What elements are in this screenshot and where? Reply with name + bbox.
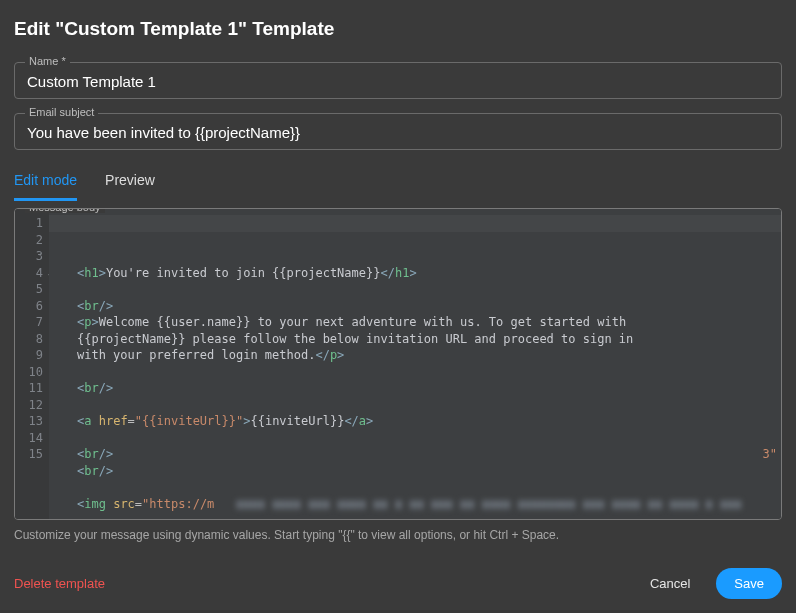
message-body-editor[interactable]: Message body 1234⌄56789101112131415 <h1>… xyxy=(14,208,782,520)
subject-field-wrap[interactable]: Email subject You have been invited to {… xyxy=(14,113,782,150)
tab-edit-mode[interactable]: Edit mode xyxy=(14,164,77,201)
dialog-footer: Delete template Cancel Save xyxy=(14,568,782,599)
page-title: Edit "Custom Template 1" Template xyxy=(14,18,782,40)
delete-template-link[interactable]: Delete template xyxy=(14,576,105,591)
editor-hint: Customize your message using dynamic val… xyxy=(14,528,782,542)
editor-code[interactable]: <h1>You're invited to join {{projectName… xyxy=(49,209,781,519)
cancel-button[interactable]: Cancel xyxy=(632,568,708,599)
subject-input[interactable]: You have been invited to {{projectName}} xyxy=(27,124,769,141)
name-input[interactable]: Custom Template 1 xyxy=(27,73,769,90)
tabs: Edit mode Preview xyxy=(14,164,782,202)
save-button[interactable]: Save xyxy=(716,568,782,599)
subject-label: Email subject xyxy=(25,106,98,118)
message-body-label: Message body xyxy=(25,208,105,213)
name-label: Name * xyxy=(25,55,70,67)
editor-gutter: 1234⌄56789101112131415 xyxy=(15,209,49,519)
tab-preview[interactable]: Preview xyxy=(105,164,155,201)
name-field-wrap[interactable]: Name * Custom Template 1 xyxy=(14,62,782,99)
